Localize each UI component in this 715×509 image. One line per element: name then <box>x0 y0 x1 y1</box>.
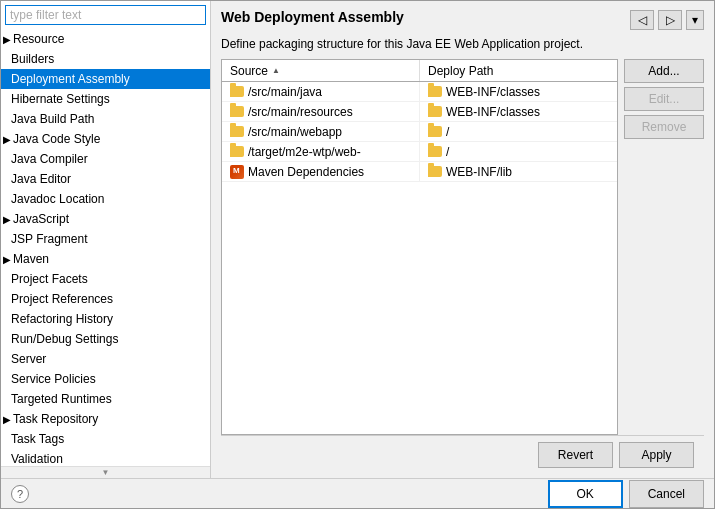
folder-icon <box>428 146 442 157</box>
sidebar-item-service-policies[interactable]: Service Policies <box>1 369 210 389</box>
panel-title: Web Deployment Assembly <box>221 9 404 25</box>
sidebar-item-targeted-runtimes[interactable]: Targeted Runtimes <box>1 389 210 409</box>
sidebar: ▶ResourceBuildersDeployment AssemblyHibe… <box>1 1 211 478</box>
panel-description: Define packaging structure for this Java… <box>221 37 704 51</box>
folder-icon <box>428 166 442 177</box>
sidebar-item-java-compiler[interactable]: Java Compiler <box>1 149 210 169</box>
sidebar-item-java-editor[interactable]: Java Editor <box>1 169 210 189</box>
folder-icon <box>428 126 442 137</box>
sidebar-item-label: Javadoc Location <box>11 192 104 206</box>
nav-dropdown-button[interactable]: ▾ <box>686 10 704 30</box>
add-button[interactable]: Add... <box>624 59 704 83</box>
sidebar-item-project-references[interactable]: Project References <box>1 289 210 309</box>
sidebar-item-label: Java Compiler <box>11 152 88 166</box>
table-row[interactable]: Maven DependenciesWEB-INF/lib <box>222 162 617 182</box>
ok-button[interactable]: OK <box>548 480 623 508</box>
folder-icon <box>428 106 442 117</box>
side-buttons: Add... Edit... Remove <box>624 59 704 435</box>
folder-icon <box>230 86 244 97</box>
cell-source: Maven Dependencies <box>222 162 420 181</box>
sidebar-item-label: Deployment Assembly <box>11 72 130 86</box>
edit-button[interactable]: Edit... <box>624 87 704 111</box>
expand-arrow: ▶ <box>3 214 11 225</box>
column-deploy-path: Deploy Path <box>420 60 617 81</box>
cell-deploy-path: WEB-INF/classes <box>420 82 617 101</box>
sidebar-item-project-facets[interactable]: Project Facets <box>1 269 210 289</box>
scroll-indicator: ▼ <box>1 466 210 478</box>
sidebar-item-javadoc-location[interactable]: Javadoc Location <box>1 189 210 209</box>
filter-input[interactable] <box>5 5 206 25</box>
maven-icon <box>230 165 244 179</box>
assembly-table: Source ▲ Deploy Path /src/main/javaWEB-I… <box>221 59 618 435</box>
sidebar-item-java-code-style[interactable]: ▶Java Code Style <box>1 129 210 149</box>
sidebar-item-deployment-assembly[interactable]: Deployment Assembly <box>1 69 210 89</box>
sidebar-item-label: Project References <box>11 292 113 306</box>
sidebar-item-label: Maven <box>13 252 49 266</box>
bottom-bar: Revert Apply <box>221 435 704 472</box>
sidebar-item-hibernate-settings[interactable]: Hibernate Settings <box>1 89 210 109</box>
sidebar-item-java-build-path[interactable]: Java Build Path <box>1 109 210 129</box>
dialog-content: ▶ResourceBuildersDeployment AssemblyHibe… <box>1 1 714 478</box>
sidebar-item-label: Task Tags <box>11 432 64 446</box>
main-panel: Web Deployment Assembly ◁ ▷ ▾ Define pac… <box>211 1 714 478</box>
expand-arrow: ▶ <box>3 414 11 425</box>
back-button[interactable]: ◁ <box>630 10 654 30</box>
folder-icon <box>428 86 442 97</box>
revert-button[interactable]: Revert <box>538 442 613 468</box>
table-row[interactable]: /src/main/javaWEB-INF/classes <box>222 82 617 102</box>
table-row[interactable]: /src/main/webapp/ <box>222 122 617 142</box>
sidebar-item-label: Service Policies <box>11 372 96 386</box>
help-button[interactable]: ? <box>11 485 29 503</box>
expand-arrow: ▶ <box>3 34 11 45</box>
remove-button[interactable]: Remove <box>624 115 704 139</box>
apply-button[interactable]: Apply <box>619 442 694 468</box>
sidebar-item-label: Task Repository <box>13 412 98 426</box>
sidebar-item-resource[interactable]: ▶Resource <box>1 29 210 49</box>
sidebar-item-builders[interactable]: Builders <box>1 49 210 69</box>
folder-icon <box>230 146 244 157</box>
dialog: ▶ResourceBuildersDeployment AssemblyHibe… <box>0 0 715 509</box>
cell-source: /src/main/resources <box>222 102 420 121</box>
table-row[interactable]: /src/main/resourcesWEB-INF/classes <box>222 102 617 122</box>
panel-body: Source ▲ Deploy Path /src/main/javaWEB-I… <box>221 59 704 435</box>
folder-icon <box>230 106 244 117</box>
sidebar-item-maven[interactable]: ▶Maven <box>1 249 210 269</box>
sidebar-item-label: Java Editor <box>11 172 71 186</box>
sidebar-item-validation[interactable]: Validation <box>1 449 210 466</box>
sidebar-list: ▶ResourceBuildersDeployment AssemblyHibe… <box>1 29 210 466</box>
cell-source: /src/main/webapp <box>222 122 420 141</box>
sidebar-item-refactoring-history[interactable]: Refactoring History <box>1 309 210 329</box>
expand-arrow: ▶ <box>3 254 11 265</box>
cell-deploy-path: WEB-INF/lib <box>420 162 617 181</box>
sidebar-item-label: Run/Debug Settings <box>11 332 118 346</box>
table-row[interactable]: /target/m2e-wtp/web-/ <box>222 142 617 162</box>
folder-icon <box>230 126 244 137</box>
footer-bar: ? OK Cancel <box>1 478 714 508</box>
sidebar-item-label: JSP Fragment <box>11 232 87 246</box>
sidebar-item-run-debug-settings[interactable]: Run/Debug Settings <box>1 329 210 349</box>
sort-icon: ▲ <box>272 66 280 75</box>
sidebar-item-jsp-fragment[interactable]: JSP Fragment <box>1 229 210 249</box>
table-header: Source ▲ Deploy Path <box>222 60 617 82</box>
sidebar-item-label: Server <box>11 352 46 366</box>
sidebar-item-task-tags[interactable]: Task Tags <box>1 429 210 449</box>
cell-deploy-path: / <box>420 122 617 141</box>
sidebar-item-label: Resource <box>13 32 64 46</box>
sidebar-item-label: JavaScript <box>13 212 69 226</box>
sidebar-item-label: Java Code Style <box>13 132 100 146</box>
table-body: /src/main/javaWEB-INF/classes/src/main/r… <box>222 82 617 434</box>
sidebar-item-label: Targeted Runtimes <box>11 392 112 406</box>
footer-right: OK Cancel <box>548 480 704 508</box>
sidebar-item-server[interactable]: Server <box>1 349 210 369</box>
sidebar-item-javascript[interactable]: ▶JavaScript <box>1 209 210 229</box>
forward-button[interactable]: ▷ <box>658 10 682 30</box>
cell-deploy-path: / <box>420 142 617 161</box>
sidebar-item-label: Builders <box>11 52 54 66</box>
cell-source: /src/main/java <box>222 82 420 101</box>
sidebar-item-task-repository[interactable]: ▶Task Repository <box>1 409 210 429</box>
sidebar-item-label: Project Facets <box>11 272 88 286</box>
column-source: Source ▲ <box>222 60 420 81</box>
sidebar-item-label: Hibernate Settings <box>11 92 110 106</box>
cell-deploy-path: WEB-INF/classes <box>420 102 617 121</box>
cancel-button[interactable]: Cancel <box>629 480 704 508</box>
